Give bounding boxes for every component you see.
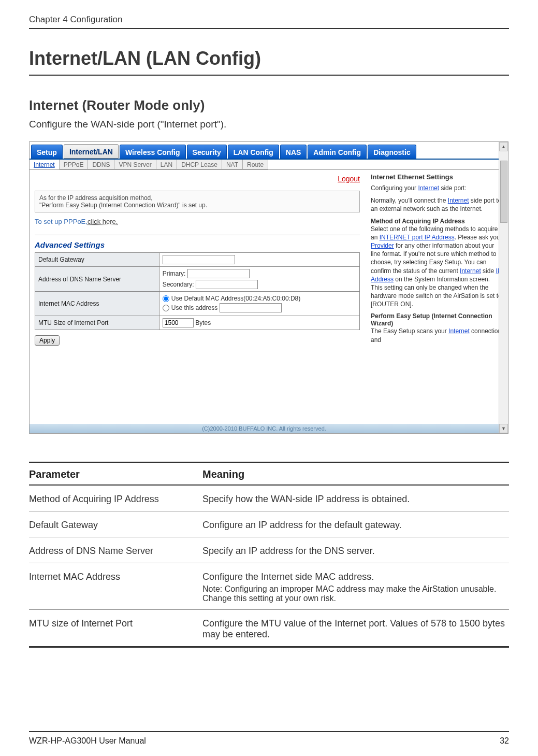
screenshot-panel: Setup Internet/LAN Wireless Config Secur… [29, 141, 508, 434]
mtu-input[interactable] [163, 318, 194, 327]
label-mtu: MTU Size of Internet Port [35, 316, 159, 330]
label-default-gateway: Default Gateway [35, 253, 159, 267]
mtu-unit: Bytes [195, 319, 211, 326]
logout-link[interactable]: Logout [338, 175, 360, 183]
table-row: Method of Acquiring IP Address Specify h… [29, 486, 509, 511]
parameter-table: Parameter Meaning Method of Acquiring IP… [29, 462, 509, 648]
param-name: Address of DNS Name Server [29, 546, 202, 557]
lead-text: Configure the WAN-side port ("Internet p… [29, 119, 509, 130]
param-header-parameter: Parameter [29, 468, 202, 480]
help-subhead-1: Method of Acquiring IP Address [371, 218, 503, 225]
main-tab-bar: Setup Internet/LAN Wireless Config Secur… [30, 142, 508, 159]
divider [35, 235, 360, 235]
footer-manual-name: WZR-HP-AG300H User Manual [29, 736, 146, 746]
help-p3b: . Please ask your [455, 234, 502, 241]
mac-custom-input[interactable] [220, 303, 282, 312]
subtab-lan[interactable]: LAN [156, 160, 177, 169]
basic-info-box: As for the IP address acquisition method… [35, 191, 360, 212]
subtab-internet[interactable]: Internet [30, 160, 60, 169]
pppoe-prefix: To set up PPPoE, [35, 218, 88, 225]
screenshot-copyright: (C)2000-2010 BUFFALO INC. All rights res… [30, 424, 499, 433]
help-link-internet-4[interactable]: Internet [448, 327, 470, 335]
param-name: MTU size of Internet Port [29, 618, 202, 640]
tab-lan-config[interactable]: LAN Config [228, 145, 279, 159]
help-pane: Internet Ethernet Settings Configuring y… [365, 170, 508, 433]
basic-info-line1: As for the IP address acquisition method… [39, 194, 355, 202]
scrollbar-thumb[interactable] [500, 161, 507, 223]
subtab-route[interactable]: Route [243, 160, 268, 169]
advanced-settings-title: Advanced Settings [35, 240, 360, 249]
help-link-internet-3[interactable]: Internet [460, 267, 481, 275]
mac-custom-label: Use this address [171, 304, 217, 311]
mac-default-radio[interactable] [163, 295, 169, 302]
left-pane: Logout As for the IP address acquisition… [30, 170, 365, 433]
mac-default-label: Use Default MAC Address(00:24:A5:C0:00:D… [171, 295, 300, 302]
note-text: Configuring an improper MAC address may … [202, 584, 496, 603]
page-footer: WZR-HP-AG300H User Manual 32 [29, 731, 509, 746]
dns-secondary-input[interactable] [196, 280, 258, 289]
tab-nas[interactable]: NAS [280, 145, 307, 159]
help-p4a: The Easy Setup scans your [371, 327, 448, 335]
subtab-pppoe[interactable]: PPPoE [60, 160, 89, 169]
help-link-internet-1[interactable]: Internet [418, 184, 439, 192]
tab-wireless-config[interactable]: Wireless Config [120, 145, 186, 159]
default-gateway-input[interactable] [163, 255, 235, 264]
help-p3d: side [481, 267, 496, 275]
help-p1b: side port: [439, 184, 467, 192]
subtab-ddns[interactable]: DDNS [88, 160, 114, 169]
label-mac: Internet MAC Address [35, 292, 159, 316]
help-link-provider[interactable]: Provider [371, 242, 394, 249]
label-dns: Address of DNS Name Server [35, 267, 159, 292]
tab-security[interactable]: Security [187, 145, 227, 159]
help-title: Internet Ethernet Settings [371, 173, 503, 181]
scrollbar[interactable]: ▲ ▼ [499, 142, 508, 433]
help-subhead-2: Perform Easy Setup (Internet Connection … [371, 312, 503, 327]
param-meaning: Configure an IP address for the default … [202, 520, 509, 531]
help-p2a: Normally, you'll connect the [371, 197, 448, 204]
table-row: Internet MAC Address Configure the Inter… [29, 563, 509, 610]
help-link-internet-2[interactable]: Internet [448, 197, 469, 204]
dns-primary-input[interactable] [187, 269, 250, 278]
footer-page-number: 32 [500, 736, 509, 746]
param-name: Method of Acquiring IP Address [29, 494, 202, 505]
param-meaning: Specify an IP address for the DNS server… [202, 546, 509, 557]
tab-admin-config[interactable]: Admin Config [308, 145, 367, 159]
note-label: Note: [202, 584, 222, 593]
subtab-nat[interactable]: NAT [222, 160, 243, 169]
help-link-internet-port[interactable]: INTERNET port [380, 234, 423, 241]
param-meaning: Specify how the WAN-side IP address is o… [202, 494, 509, 505]
tab-diagnostic[interactable]: Diagnostic [368, 145, 416, 159]
advanced-settings-table: Default Gateway Address of DNS Name Serv… [35, 252, 360, 330]
param-name: Default Gateway [29, 520, 202, 531]
param-meaning: Configure the MTU value of the Internet … [202, 618, 509, 640]
param-name: Internet MAC Address [29, 572, 202, 603]
help-p1a: Configuring your [371, 184, 418, 192]
table-row: Address of DNS Name Server Specify an IP… [29, 537, 509, 563]
table-row: Default Gateway Configure an IP address … [29, 511, 509, 537]
chapter-header: Chapter 4 Configuration [29, 15, 509, 29]
basic-info-line2: "Perform Easy Setup (Internet Connection… [39, 202, 355, 209]
subtab-dhcp-lease[interactable]: DHCP Lease [177, 160, 222, 169]
section-title: Internet (Router Mode only) [29, 97, 509, 113]
mac-custom-radio[interactable] [163, 305, 169, 311]
scroll-down-icon[interactable]: ▼ [499, 424, 508, 433]
subtab-vpn-server[interactable]: VPN Server [114, 160, 156, 169]
tab-internet-lan[interactable]: Internet/LAN [64, 144, 119, 159]
page-title: Internet/LAN (LAN Config) [29, 48, 509, 76]
apply-button[interactable]: Apply [35, 335, 60, 346]
help-link-ip-address-1[interactable]: IP Address [423, 234, 454, 241]
dns-secondary-label: Secondary: [163, 281, 194, 288]
sub-tab-bar: Internet PPPoE DDNS VPN Server LAN DHCP … [30, 159, 508, 170]
dns-primary-label: Primary: [163, 270, 186, 277]
param-meaning: Configure the Internet side MAC address. [202, 572, 509, 582]
tab-setup[interactable]: Setup [31, 145, 63, 159]
pppoe-click-here-link[interactable]: click here. [88, 218, 118, 225]
param-header-meaning: Meaning [202, 468, 244, 480]
table-row: MTU size of Internet Port Configure the … [29, 610, 509, 646]
scroll-up-icon[interactable]: ▲ [499, 142, 508, 151]
